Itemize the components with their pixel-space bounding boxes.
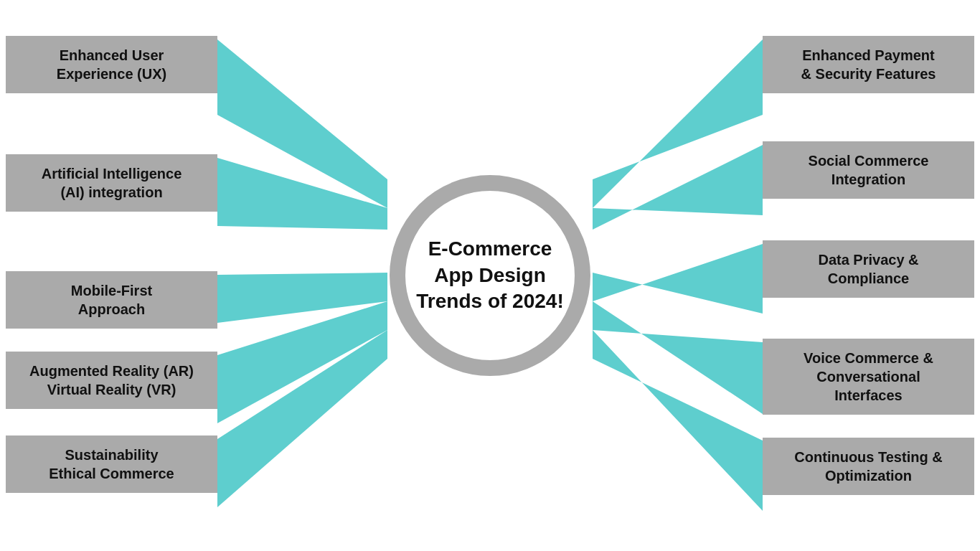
- label-payment-security: Enhanced Payment& Security Features: [763, 36, 974, 93]
- label-continuous-testing: Continuous Testing &Optimization: [763, 438, 974, 495]
- label-sustainability: SustainabilityEthical Commerce: [6, 435, 217, 493]
- label-social-commerce: Social CommerceIntegration: [763, 141, 974, 199]
- label-voice-commerce: Voice Commerce &ConversationalInterfaces: [763, 339, 974, 415]
- center-title: E-CommerceApp DesignTrends of 2024!: [409, 229, 570, 321]
- connector-right-2: [593, 145, 763, 230]
- connector-right-3: [593, 244, 763, 314]
- label-ar-vr: Augmented Reality (AR)Virtual Reality (V…: [6, 352, 217, 409]
- label-ai-integration: Artificial Intelligence(AI) integration: [6, 154, 217, 212]
- label-enhanced-ux: Enhanced UserExperience (UX): [6, 36, 217, 93]
- label-mobile-first: Mobile-FirstApproach: [6, 271, 217, 329]
- diagram-container: Enhanced UserExperience (UX) Artificial …: [0, 0, 980, 551]
- center-circle: E-CommerceApp DesignTrends of 2024!: [390, 175, 590, 376]
- label-data-privacy: Data Privacy &Compliance: [763, 240, 974, 298]
